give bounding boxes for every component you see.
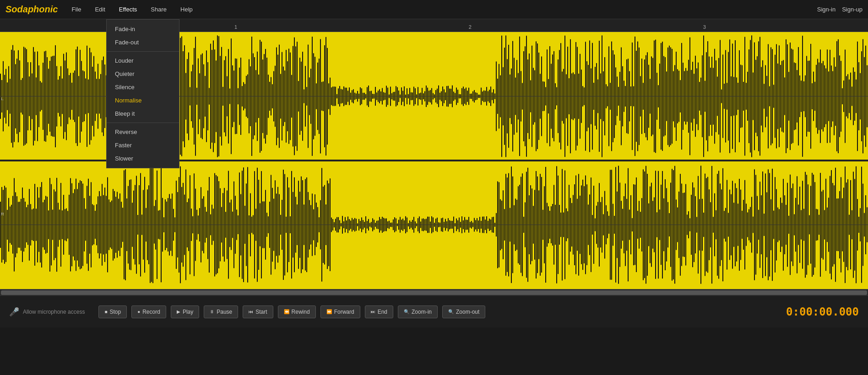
menu-fade-in[interactable]: Fade-in [107, 22, 179, 36]
menu-silence[interactable]: Silence [107, 80, 179, 94]
menu-normalise[interactable]: Normalise [107, 94, 179, 107]
scrollbar-area[interactable] [0, 289, 868, 295]
mic-section: 🎤 Allow microphone access [9, 307, 85, 317]
zoom-out-label: Zoom-out [456, 309, 479, 315]
play-button[interactable]: ▶ Play [171, 305, 199, 318]
record-label: Record [142, 309, 160, 315]
stop-label: Stop [109, 309, 121, 315]
menu-divider-2 [107, 123, 179, 123]
play-label: Play [183, 309, 193, 315]
menu-louder[interactable]: Louder [107, 54, 179, 67]
track-label-L: L [1, 96, 4, 101]
signup-link[interactable]: Sign-up [842, 6, 863, 13]
menu-divider-1 [107, 51, 179, 52]
stop-icon: ■ [104, 309, 107, 314]
end-icon: ⏭ [371, 309, 375, 314]
record-icon: ● [137, 309, 140, 314]
forward-button[interactable]: ⏩ Forward [320, 305, 360, 318]
ruler-mark-3: 3 [703, 24, 706, 30]
menu-slower[interactable]: Slower [107, 152, 179, 165]
rewind-icon: ⏪ [284, 309, 289, 314]
ruler-mark-2: 2 [469, 24, 472, 30]
nav-effects[interactable]: Effects [116, 4, 140, 15]
start-button[interactable]: ⏮ Start [243, 305, 273, 318]
time-display: 0:00:00.000 [786, 305, 859, 318]
nav-edit[interactable]: Edit [92, 4, 108, 15]
zoom-in-icon: 🔍 [404, 309, 409, 314]
nav-help[interactable]: Help [178, 4, 195, 15]
menu-quieter[interactable]: Quieter [107, 67, 179, 80]
end-button[interactable]: ⏭ End [365, 305, 393, 318]
pause-button[interactable]: ⏸ Pause [204, 305, 238, 318]
forward-label: Forward [334, 309, 354, 315]
scrollbar-thumb[interactable] [1, 290, 867, 295]
zoom-in-label: Zoom-in [412, 309, 432, 315]
nav-file[interactable]: File [69, 4, 84, 15]
menu-reverse[interactable]: Reverse [107, 125, 179, 139]
zoom-in-button[interactable]: 🔍 Zoom-in [398, 305, 438, 318]
zoom-out-button[interactable]: 🔍 Zoom-out [442, 305, 485, 318]
pause-label: Pause [217, 309, 232, 315]
start-icon: ⏮ [249, 309, 253, 314]
ruler-mark-1: 1 [234, 24, 237, 30]
menu-fade-out[interactable]: Fade-out [107, 36, 179, 49]
play-icon: ▶ [177, 309, 180, 314]
app-logo: Sodaphonic [5, 4, 58, 15]
toolbar: 🎤 Allow microphone access ■ Stop ● Recor… [0, 295, 868, 327]
menu-bleep-it[interactable]: Bleep it [107, 107, 179, 120]
pause-icon: ⏸ [210, 309, 214, 314]
zoom-out-icon: 🔍 [448, 309, 454, 314]
start-label: Start [255, 309, 267, 315]
mic-label[interactable]: Allow microphone access [23, 309, 85, 315]
rewind-label: Rewind [292, 309, 310, 315]
record-button[interactable]: ● Record [131, 305, 166, 318]
effects-dropdown: Fade-in Fade-out Louder Quieter Silence … [106, 19, 179, 168]
signin-link[interactable]: Sign-in [817, 6, 835, 13]
rewind-button[interactable]: ⏪ Rewind [278, 305, 316, 318]
header: Sodaphonic File Edit Effects Share Help … [0, 0, 868, 19]
stop-button[interactable]: ■ Stop [98, 305, 127, 318]
end-label: End [378, 309, 387, 315]
forward-icon: ⏩ [326, 309, 332, 314]
nav-share[interactable]: Share [148, 4, 169, 15]
auth-links: Sign-in Sign-up [817, 6, 863, 13]
track-label-R: R [1, 212, 4, 216]
mic-icon: 🎤 [9, 307, 19, 317]
menu-faster[interactable]: Faster [107, 139, 179, 152]
